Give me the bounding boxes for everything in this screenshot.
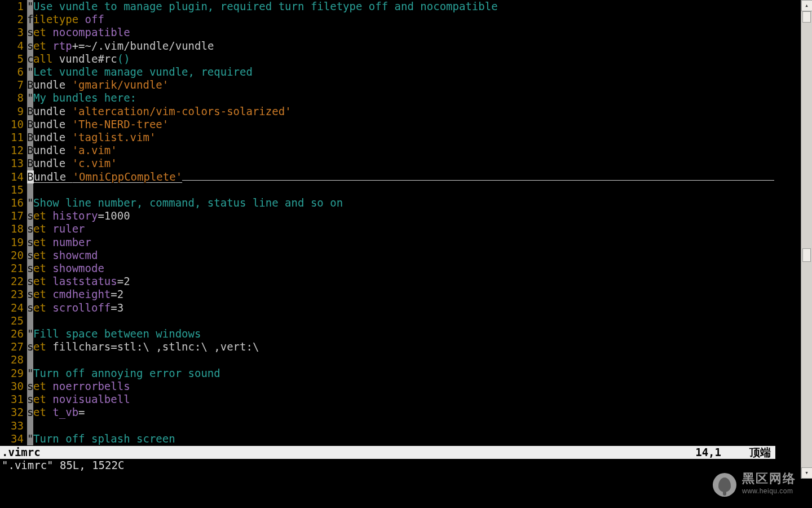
code-content[interactable]: Bundle 'altercation/vim-colors-solarized…	[27, 105, 292, 118]
code-line[interactable]: 32set t_vb=	[0, 406, 778, 419]
code-content[interactable]: "Let vundle manage vundle, required	[27, 65, 253, 78]
code-line[interactable]: 25	[0, 314, 778, 327]
line-number: 31	[0, 393, 27, 406]
fold-column-cell: s	[27, 288, 33, 301]
fold-column-cell: B	[27, 78, 33, 91]
code-content[interactable]: set cmdheight=2	[27, 288, 123, 301]
line-number: 16	[0, 196, 27, 209]
code-line[interactable]: 23set cmdheight=2	[0, 288, 778, 301]
code-content[interactable]: "Fill space between windows	[27, 327, 201, 340]
code-content[interactable]: set rtp+=~/.vim/bundle/vundle	[27, 40, 214, 52]
line-number: 34	[0, 432, 27, 445]
editor-viewport[interactable]: 1"Use vundle to manage plugin, required …	[0, 0, 778, 446]
code-line[interactable]: 9Bundle 'altercation/vim-colors-solarize…	[0, 105, 778, 118]
code-content[interactable]	[27, 314, 33, 327]
code-content[interactable]: Bundle 'gmarik/vundle'	[27, 78, 169, 91]
watermark: 黑区网络 www.heiqu.com	[713, 472, 796, 498]
line-number: 29	[0, 367, 27, 380]
code-line[interactable]: 5call vundle#rc()	[0, 52, 778, 65]
code-content[interactable]	[27, 183, 33, 196]
code-content[interactable]: set showcmd	[27, 249, 98, 262]
code-line[interactable]: 4set rtp+=~/.vim/bundle/vundle	[0, 40, 778, 52]
command-line[interactable]: ".vimrc" 85L, 1522C	[0, 459, 812, 472]
code-content[interactable]: set noerrorbells	[27, 380, 130, 393]
code-content[interactable]: set t_vb=	[27, 406, 85, 419]
code-line[interactable]: 15	[0, 183, 778, 196]
code-content[interactable]: set novisualbell	[27, 393, 130, 406]
code-content[interactable]: Bundle 'OmniCppComplete'	[27, 170, 774, 183]
code-content[interactable]: filetype off	[27, 13, 104, 26]
code-line[interactable]: 2filetype off	[0, 13, 778, 26]
scrollbar-down-button[interactable]: ▾	[801, 467, 813, 479]
code-line[interactable]: 16"Show line number, command, status lin…	[0, 196, 778, 209]
scrollbar-up-button[interactable]: ▴	[801, 0, 813, 11]
code-line[interactable]: 12Bundle 'a.vim'	[0, 144, 778, 157]
line-number: 25	[0, 314, 27, 327]
code-line[interactable]: 10Bundle 'The-NERD-tree'	[0, 118, 778, 131]
status-cursor-position: 14,1	[695, 446, 749, 459]
code-line[interactable]: 19set number	[0, 236, 778, 249]
code-content[interactable]: set number	[27, 236, 91, 249]
code-content[interactable]: "Turn off annoying error sound	[27, 367, 220, 380]
fold-column-cell: s	[27, 275, 33, 288]
code-content[interactable]: set showmode	[27, 262, 104, 275]
code-content[interactable]: Bundle 'The-NERD-tree'	[27, 118, 169, 131]
code-line[interactable]: 28	[0, 353, 778, 366]
vertical-scrollbar[interactable]: ▴ ▾	[801, 0, 812, 479]
code-content[interactable]: "Use vundle to manage plugin, required t…	[27, 0, 498, 13]
line-number: 18	[0, 222, 27, 235]
code-content[interactable]: set laststatus=2	[27, 275, 130, 288]
watermark-url: www.heiqu.com	[742, 485, 796, 498]
cursor: B	[27, 170, 34, 183]
status-bar: .vimrc 14,1 顶端	[0, 446, 775, 459]
fold-column-cell: "	[27, 432, 33, 445]
code-line[interactable]: 17set history=1000	[0, 209, 778, 222]
code-line[interactable]: 26"Fill space between windows	[0, 327, 778, 340]
code-line[interactable]: 8"My bundles here:	[0, 91, 778, 104]
code-line[interactable]: 1"Use vundle to manage plugin, required …	[0, 0, 778, 13]
code-content[interactable]: set scrolloff=3	[27, 301, 123, 314]
code-content[interactable]: call vundle#rc()	[27, 52, 130, 65]
code-line[interactable]: 6"Let vundle manage vundle, required	[0, 65, 778, 78]
code-content[interactable]	[27, 419, 33, 432]
code-line[interactable]: 18set ruler	[0, 222, 778, 235]
fold-column-cell: s	[27, 209, 33, 222]
code-line[interactable]: 21set showmode	[0, 262, 778, 275]
code-content[interactable]: set fillchars=stl:\ ,stlnc:\ ,vert:\	[27, 340, 266, 353]
code-content[interactable]: set history=1000	[27, 209, 130, 222]
code-line[interactable]: 24set scrolloff=3	[0, 301, 778, 314]
code-content[interactable]: Bundle 'a.vim'	[27, 144, 117, 157]
code-line[interactable]: 30set noerrorbells	[0, 380, 778, 393]
code-line[interactable]: 7Bundle 'gmarik/vundle'	[0, 78, 778, 91]
code-content[interactable]	[27, 353, 33, 366]
scrollbar-thumb[interactable]	[802, 11, 811, 23]
code-content[interactable]: "Turn off splash screen	[27, 432, 175, 445]
scrollbar-track[interactable]	[801, 11, 812, 467]
fold-column-cell: s	[27, 26, 33, 39]
code-content[interactable]: set nocompatible	[27, 26, 130, 39]
code-line[interactable]: 34"Turn off splash screen	[0, 432, 778, 445]
code-line[interactable]: 3set nocompatible	[0, 26, 778, 39]
code-content[interactable]: "My bundles here:	[27, 91, 136, 104]
line-number: 27	[0, 340, 27, 353]
line-number: 13	[0, 157, 27, 170]
status-scroll-label: 顶端	[749, 446, 775, 459]
code-line[interactable]: 20set showcmd	[0, 249, 778, 262]
code-content[interactable]: Bundle 'c.vim'	[27, 157, 117, 170]
line-number: 21	[0, 262, 27, 275]
code-line[interactable]: 29"Turn off annoying error sound	[0, 367, 778, 380]
code-content[interactable]: set ruler	[27, 222, 85, 235]
code-content[interactable]: "Show line number, command, status line …	[27, 196, 343, 209]
code-line[interactable]: 14Bundle 'OmniCppComplete'	[0, 170, 778, 183]
fold-column-cell: f	[27, 13, 33, 26]
code-line[interactable]: 13Bundle 'c.vim'	[0, 157, 778, 170]
code-line[interactable]: 33	[0, 419, 778, 432]
code-line[interactable]: 11Bundle 'taglist.vim'	[0, 131, 778, 144]
code-line[interactable]: 22set laststatus=2	[0, 275, 778, 288]
fold-column-cell: "	[27, 65, 33, 78]
scrollbar-thumb-secondary[interactable]	[802, 248, 811, 262]
code-line[interactable]: 27set fillchars=stl:\ ,stlnc:\ ,vert:\	[0, 340, 778, 353]
code-content[interactable]: Bundle 'taglist.vim'	[27, 131, 156, 144]
code-line[interactable]: 31set novisualbell	[0, 393, 778, 406]
fold-column-cell: s	[27, 262, 33, 275]
